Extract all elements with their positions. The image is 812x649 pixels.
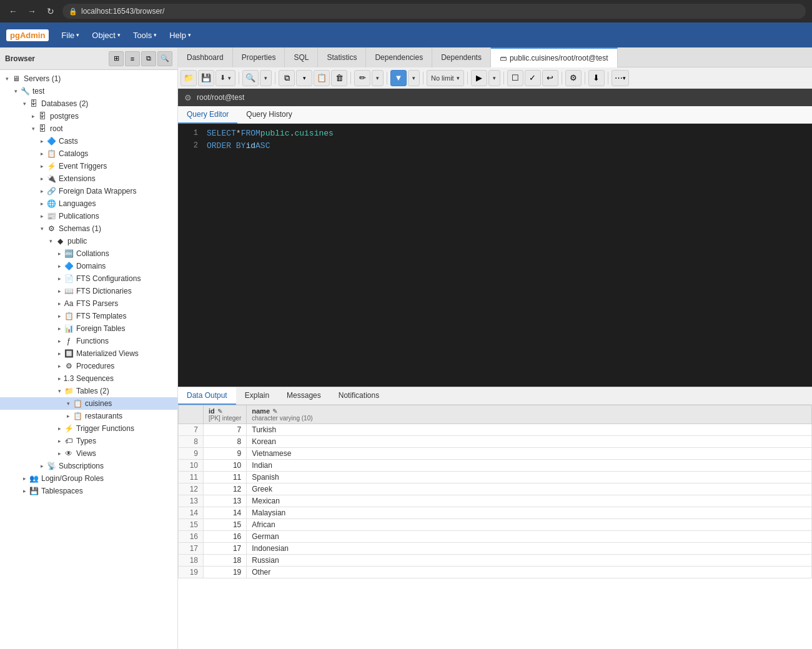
tree-item-12[interactable]: ▾⚙Schemas (1) xyxy=(0,222,177,235)
tree-item-14[interactable]: ▸🔤Collations xyxy=(0,247,177,260)
sidebar-tool-copy[interactable]: ⧉ xyxy=(141,51,156,66)
expand-arrow-11: ▸ xyxy=(37,212,46,220)
table-row[interactable]: 1818Russian xyxy=(179,555,812,567)
res-tab-data-output[interactable]: Data Output xyxy=(178,387,236,405)
macros-button[interactable]: ⚙ xyxy=(565,70,582,86)
table-row[interactable]: 77Turkish xyxy=(179,424,812,436)
tab-properties[interactable]: Properties xyxy=(233,47,285,67)
paste-button[interactable]: 📋 xyxy=(314,70,330,86)
tree-item-6[interactable]: ▸📋Catalogs xyxy=(0,147,177,160)
table-row[interactable]: 1717Indonesian xyxy=(179,543,812,555)
tree-item-8[interactable]: ▸🔌Extensions xyxy=(0,172,177,185)
res-tab-messages[interactable]: Messages xyxy=(278,387,330,405)
tree-item-2[interactable]: ▾🗄Databases (2) xyxy=(0,97,177,110)
qe-tab-query-editor[interactable]: Query Editor xyxy=(178,106,237,124)
delete-button[interactable]: 🗑 xyxy=(331,70,347,86)
tree-item-9[interactable]: ▸🔗Foreign Data Wrappers xyxy=(0,185,177,197)
download-button[interactable]: ⬇ xyxy=(588,70,605,86)
stop-button[interactable]: ☐ xyxy=(507,70,523,86)
tree-item-15[interactable]: ▸🔷Domains xyxy=(0,260,177,272)
tree-item-33[interactable]: ▸💾Tablespaces xyxy=(0,485,177,497)
tree-item-11[interactable]: ▸📰Publications xyxy=(0,210,177,222)
tree-item-32[interactable]: ▸👥Login/Group Roles xyxy=(0,472,177,485)
tree-item-18[interactable]: ▸AaFTS Parsers xyxy=(0,297,177,310)
run-dropdown[interactable]: ▾ xyxy=(488,70,500,86)
tab-sql[interactable]: SQL xyxy=(285,47,318,67)
edit-icon-name[interactable]: ✎ xyxy=(272,408,277,415)
sidebar-tool-menu[interactable]: ≡ xyxy=(125,51,140,66)
tree-item-13[interactable]: ▾◆public xyxy=(0,235,177,247)
tools-menu[interactable]: Tools ▾ xyxy=(128,28,162,42)
copy-rows-button[interactable]: ▾ xyxy=(296,70,312,86)
tree-item-24[interactable]: ▸1.3Sequences xyxy=(0,372,177,385)
limit-dropdown[interactable]: No limit ▾ xyxy=(427,70,464,86)
file-menu[interactable]: File ▾ xyxy=(56,28,84,42)
filter-button[interactable]: 🔍 xyxy=(242,70,259,86)
tab-dependents[interactable]: Dependents xyxy=(432,47,491,67)
tree-item-4[interactable]: ▾🗄root xyxy=(0,122,177,135)
edit-button[interactable]: ✏ xyxy=(354,70,370,86)
tab-dependencies[interactable]: Dependencies xyxy=(366,47,432,67)
help-menu[interactable]: Help ▾ xyxy=(164,28,196,42)
table-row[interactable]: 1616German xyxy=(179,531,812,543)
tree-item-29[interactable]: ▸🏷Types xyxy=(0,435,177,447)
table-row[interactable]: 1919Other xyxy=(179,567,812,578)
col-header-id: id✎[PK] integer xyxy=(204,405,247,424)
res-tab-explain[interactable]: Explain xyxy=(236,387,278,405)
tree-item-30[interactable]: ▸👁Views xyxy=(0,447,177,460)
tree-item-10[interactable]: ▸🌐Languages xyxy=(0,197,177,210)
table-row[interactable]: 1010Indian xyxy=(179,460,812,472)
sidebar-tool-grid[interactable]: ⊞ xyxy=(109,51,124,66)
tree-item-7[interactable]: ▸⚡Event Triggers xyxy=(0,160,177,172)
table-row[interactable]: 1414Malaysian xyxy=(179,507,812,519)
filter-active-dropdown[interactable]: ▾ xyxy=(408,70,420,86)
more-button[interactable]: ⋯▾ xyxy=(611,70,629,86)
tab-dashboard[interactable]: Dashboard xyxy=(178,47,233,67)
tree-item-31[interactable]: ▸📡Subscriptions xyxy=(0,460,177,472)
tab-query_editor[interactable]: 🗃public.cuisines/root/root@test xyxy=(491,47,618,67)
back-button[interactable]: ← xyxy=(6,4,20,18)
refresh-button[interactable]: ↻ xyxy=(44,4,57,18)
forward-button[interactable]: → xyxy=(25,4,39,18)
tree-item-1[interactable]: ▾🔧test xyxy=(0,85,177,97)
tree-item-20[interactable]: ▸📊Foreign Tables xyxy=(0,322,177,335)
tree-item-5[interactable]: ▸🔷Casts xyxy=(0,135,177,147)
tree-item-17[interactable]: ▸📖FTS Dictionaries xyxy=(0,285,177,297)
table-row[interactable]: 1212Greek xyxy=(179,483,812,495)
edit-dropdown[interactable]: ▾ xyxy=(372,70,384,86)
filter-active-button[interactable]: ▼ xyxy=(390,70,407,86)
run-button[interactable]: ▶ xyxy=(471,70,487,86)
copy-button[interactable]: ⧉ xyxy=(279,70,295,86)
data-table[interactable]: id✎[PK] integername✎character varying (1… xyxy=(178,405,812,649)
tree-item-0[interactable]: ▾🖥Servers (1) xyxy=(0,72,177,85)
tree-item-22[interactable]: ▸🔲Materialized Views xyxy=(0,347,177,360)
save-dropdown[interactable]: ⬇▾ xyxy=(215,70,235,86)
table-row[interactable]: 1111Spanish xyxy=(179,472,812,483)
tree-item-21[interactable]: ▸ƒFunctions xyxy=(0,335,177,347)
tree-item-25[interactable]: ▾📁Tables (2) xyxy=(0,385,177,397)
rollback-button[interactable]: ↩ xyxy=(542,70,558,86)
object-menu[interactable]: Object ▾ xyxy=(87,28,126,42)
code-editor[interactable]: 1SELECT * FROM public.cuisines2ORDER BY … xyxy=(178,124,812,387)
tree-item-3[interactable]: ▸🗄postgres xyxy=(0,110,177,122)
tree-item-19[interactable]: ▸📋FTS Templates xyxy=(0,310,177,322)
tree-item-28[interactable]: ▸⚡Trigger Functions xyxy=(0,422,177,435)
tree-item-27[interactable]: ▸📋restaurants xyxy=(0,410,177,422)
tree-icon-18: Aa xyxy=(64,299,74,309)
tab-statistics[interactable]: Statistics xyxy=(318,47,366,67)
tree-item-23[interactable]: ▸⚙Procedures xyxy=(0,360,177,372)
qe-tab-query-history[interactable]: Query History xyxy=(237,106,300,124)
filter-dropdown[interactable]: ▾ xyxy=(260,70,272,86)
table-row[interactable]: 99Vietnamese xyxy=(179,448,812,460)
commit-button[interactable]: ✓ xyxy=(525,70,541,86)
tree-item-26[interactable]: ▾📋cuisines xyxy=(0,397,177,410)
table-row[interactable]: 1313Mexican xyxy=(179,495,812,507)
edit-icon-id[interactable]: ✎ xyxy=(217,408,222,415)
sidebar-tool-search[interactable]: 🔍 xyxy=(157,51,172,66)
table-row[interactable]: 88Korean xyxy=(179,436,812,448)
open-file-button[interactable]: 📁 xyxy=(181,70,197,86)
table-row[interactable]: 1515African xyxy=(179,519,812,531)
save-button[interactable]: 💾 xyxy=(198,70,214,86)
tree-item-16[interactable]: ▸📄FTS Configurations xyxy=(0,272,177,285)
res-tab-notifications[interactable]: Notifications xyxy=(330,387,388,405)
